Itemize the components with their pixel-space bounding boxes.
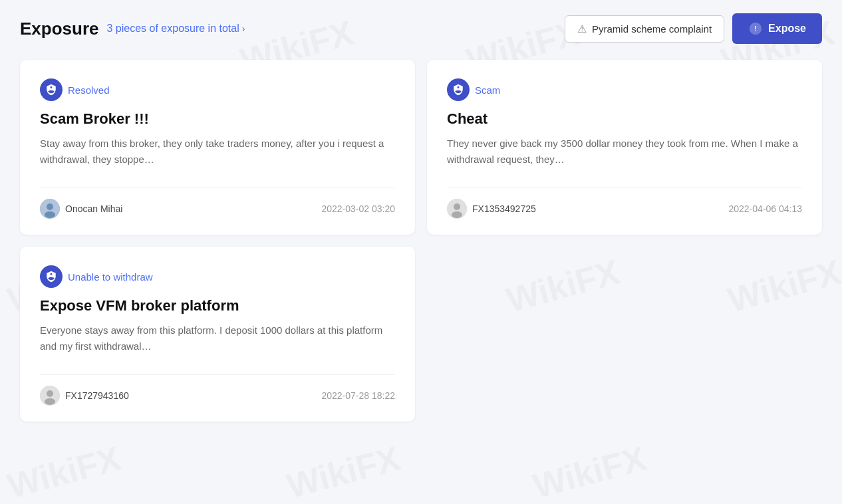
card-tag: Resolved	[40, 78, 110, 101]
card-footer: FX1727943160 2022-07-28 18:22	[40, 374, 395, 406]
expose-icon: !	[748, 21, 763, 36]
card-footer: Onocan Mihai 2022-03-02 03:20	[40, 188, 395, 219]
svg-point-3	[47, 203, 53, 210]
svg-point-4	[45, 211, 55, 218]
expose-button[interactable]: ! Expose	[732, 13, 822, 44]
card-title: Cheat	[447, 110, 802, 128]
svg-point-9	[47, 390, 53, 397]
cards-grid: Resolved Scam Broker !!! Stay away from …	[20, 60, 822, 422]
tag-icon	[40, 265, 63, 288]
card-body: Stay away from this broker, they only ta…	[40, 136, 395, 168]
tag-label: Unable to withdraw	[68, 271, 153, 283]
tag-icon	[447, 78, 470, 101]
watermark: WikiFX	[3, 438, 125, 504]
card-title: Scam Broker !!!	[40, 110, 395, 128]
user-info: FX1353492725	[447, 199, 536, 219]
card-timestamp: 2022-03-02 03:20	[321, 203, 395, 214]
exposure-card[interactable]: Unable to withdraw Expose VFM broker pla…	[20, 247, 415, 422]
svg-point-10	[45, 398, 55, 405]
user-info: FX1727943160	[40, 386, 129, 406]
shield-icon	[452, 84, 464, 96]
tag-label: Scam	[475, 84, 500, 96]
tag-label: Resolved	[68, 84, 110, 96]
page-title: Exposure	[20, 19, 99, 39]
exposure-card[interactable]: Resolved Scam Broker !!! Stay away from …	[20, 60, 415, 235]
header-right: ⚠ Pyramid scheme complaint ! Expose	[565, 13, 822, 44]
card-body: Everyone stays away from this platform. …	[40, 322, 395, 354]
user-name: FX1727943160	[65, 390, 129, 401]
header-left: Exposure 3 pieces of exposure in total ›	[20, 19, 245, 39]
card-footer: FX1353492725 2022-04-06 04:13	[447, 188, 802, 219]
card-tag: Scam	[447, 78, 500, 101]
chevron-right-icon: ›	[242, 23, 245, 34]
page-header: Exposure 3 pieces of exposure in total ›…	[20, 13, 822, 44]
warning-icon: ⚠	[577, 23, 587, 35]
user-avatar	[40, 199, 60, 219]
card-title: Expose VFM broker platform	[40, 297, 395, 315]
card-timestamp: 2022-07-28 18:22	[321, 390, 395, 401]
exposure-count-link[interactable]: 3 pieces of exposure in total ›	[107, 23, 245, 35]
svg-text:!: !	[754, 25, 756, 33]
user-name: Onocan Mihai	[65, 203, 122, 214]
shield-icon	[45, 271, 57, 283]
watermark: WikiFX	[283, 438, 404, 504]
user-info: Onocan Mihai	[40, 199, 122, 219]
tag-icon	[40, 78, 63, 101]
pyramid-complaint-label: Pyramid scheme complaint	[592, 23, 712, 35]
user-avatar-placeholder	[447, 199, 467, 219]
exposure-card[interactable]: Scam Cheat They never give back my 3500 …	[427, 60, 822, 235]
shield-icon	[45, 84, 57, 96]
card-body: They never give back my 3500 dollar mone…	[447, 136, 802, 168]
svg-point-7	[452, 211, 462, 218]
card-timestamp: 2022-04-06 04:13	[728, 203, 802, 214]
card-tag: Unable to withdraw	[40, 265, 153, 288]
user-avatar-placeholder	[40, 386, 60, 406]
user-name: FX1353492725	[472, 203, 536, 214]
pyramid-complaint-button[interactable]: ⚠ Pyramid scheme complaint	[565, 15, 724, 43]
expose-btn-label: Expose	[768, 23, 806, 35]
svg-point-6	[454, 203, 460, 210]
exposure-count-text: 3 pieces of exposure in total	[107, 23, 239, 35]
watermark: WikiFX	[529, 438, 650, 504]
